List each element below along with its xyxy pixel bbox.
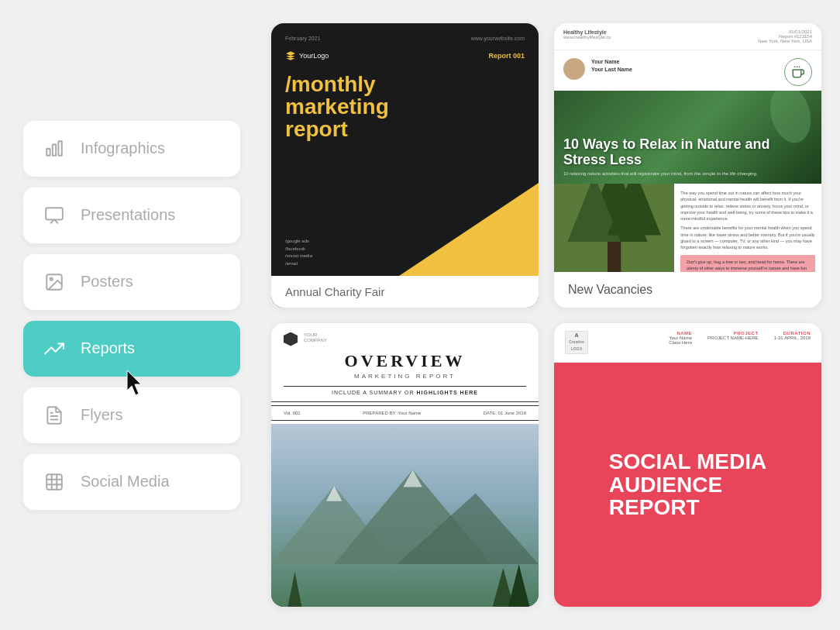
social-big-text-2: AUDIENCE <box>609 473 766 496</box>
marketing-report-num: Report 001 <box>488 52 525 60</box>
image-icon <box>42 270 67 294</box>
marketing-logo: YourLogo <box>299 52 329 60</box>
card-social[interactable]: ACreativeLOGO NAME Your Name Class Here … <box>554 323 821 608</box>
sidebar-label-social-media: Social Media <box>81 473 170 491</box>
health-body2: There are undeniable benefits for your m… <box>680 225 815 250</box>
social-big-text-1: SOCIAL MEDIA <box>609 450 766 473</box>
main-content: February 2021 www.yourwebsite.com YourLo… <box>263 0 840 630</box>
overview-title: OVERVIEW <box>284 351 526 371</box>
svg-rect-9 <box>46 474 62 490</box>
card-marketing[interactable]: February 2021 www.yourwebsite.com YourLo… <box>271 23 539 308</box>
channel-3: /social media <box>285 253 312 260</box>
sidebar-item-presentations[interactable]: Presentations <box>23 188 240 243</box>
marketing-slash: /monthly <box>285 74 525 95</box>
sidebar-item-infographics[interactable]: Infographics <box>23 121 240 177</box>
sidebar-label-infographics: Infographics <box>81 139 165 157</box>
social-duration-value: 1-31 APRIL, 2018 <box>774 336 811 340</box>
health-body1: The way you spend time out in nature can… <box>680 190 815 222</box>
overview-subtitle: MARKETING REPORT <box>284 373 526 380</box>
social-project-value: PROJECT NAME-HERE <box>707 336 759 340</box>
health-lastname: Your Last Name <box>591 66 632 74</box>
sidebar-label-flyers: Flyers <box>81 406 122 424</box>
svg-rect-3 <box>46 208 63 219</box>
trending-icon <box>42 336 67 361</box>
marketing-title1: marketing <box>285 95 525 118</box>
health-name: Your Name <box>591 58 632 66</box>
health-subtext: 10 relaxing nature activities that will … <box>563 171 812 176</box>
bar-chart-icon <box>42 136 67 161</box>
channel-2: /facebook <box>285 246 312 253</box>
sidebar: Infographics Presentations Posters Repor… <box>0 0 263 630</box>
sidebar-item-social-media[interactable]: Social Media <box>23 454 240 510</box>
card-health-label: New Vacancies <box>554 272 821 308</box>
health-location: New York, New York, USA <box>758 39 812 43</box>
social-logo-box: ACreativeLOGO <box>565 331 588 354</box>
overview-date: DATE: 01 June 2018 <box>484 411 526 415</box>
social-icon <box>42 470 67 494</box>
overview-highlight: INCLUDE A SUMMARY OR HIGHLIGHTS HERE <box>284 390 526 395</box>
card-health[interactable]: Healthy Lifestyle www.healthylifestyle.c… <box>554 23 821 308</box>
overview-forest-image <box>271 424 539 608</box>
svg-rect-2 <box>58 141 61 155</box>
health-logo-icon <box>784 58 812 86</box>
presentation-icon <box>42 203 67 228</box>
health-avatar <box>563 58 585 80</box>
health-hero-image: 10 Ways to Relax in Nature and Stress Le… <box>554 91 821 184</box>
sidebar-item-posters[interactable]: Posters <box>23 254 240 310</box>
health-pink-callout: Don't give up, hug a tree or two, and he… <box>680 255 815 273</box>
svg-rect-1 <box>53 144 56 155</box>
card-marketing-label: Annual Charity Fair <box>271 276 539 308</box>
overview-company: YOUR COMPANY <box>304 332 327 345</box>
health-forest-image <box>554 184 674 274</box>
svg-rect-22 <box>608 242 621 274</box>
decorative-triangle <box>399 183 539 276</box>
channel-1: /google ads <box>285 238 312 246</box>
sidebar-label-posters: Posters <box>81 273 133 291</box>
social-lastname-value: Class Here <box>669 340 692 345</box>
social-name-value: Your Name <box>669 336 692 340</box>
svg-point-5 <box>50 277 53 280</box>
channel-4: /email <box>285 260 312 268</box>
sidebar-label-presentations: Presentations <box>81 206 175 224</box>
svg-marker-6 <box>127 370 141 395</box>
marketing-title2: report <box>285 118 525 140</box>
health-heading: 10 Ways to Relax in Nature and Stress Le… <box>563 137 812 168</box>
social-big-text-3: REPORT <box>609 496 766 518</box>
card-overview[interactable]: YOUR COMPANY OVERVIEW MARKETING REPORT I… <box>271 323 539 608</box>
overview-vol: Vol. 001 <box>284 411 301 415</box>
overview-hex-logo <box>284 332 298 346</box>
social-pink-section: SOCIAL MEDIA AUDIENCE REPORT <box>554 363 821 608</box>
health-brand: Healthy Lifestyle <box>563 29 611 35</box>
svg-rect-0 <box>46 149 50 156</box>
overview-prepared: PREPARED BY: Your Name <box>363 411 421 415</box>
marketing-date: February 2021 <box>285 36 321 41</box>
sidebar-item-reports[interactable]: Reports <box>23 321 240 377</box>
document-icon <box>42 403 67 428</box>
sidebar-label-reports: Reports <box>81 339 135 357</box>
marketing-website: www.yourwebsite.com <box>471 36 525 41</box>
cursor-overlay <box>124 369 146 400</box>
health-website: www.healthylifestyle.co <box>563 35 611 40</box>
